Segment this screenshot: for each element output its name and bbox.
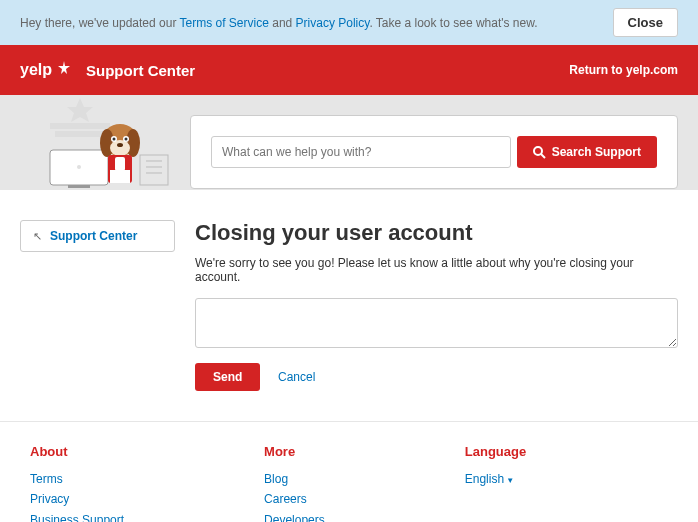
svg-rect-21	[110, 170, 130, 183]
return-link[interactable]: Return to yelp.com	[569, 63, 678, 77]
language-current: English	[465, 472, 504, 486]
svg-point-14	[110, 140, 130, 156]
footer-link-blog[interactable]: Blog	[264, 469, 325, 489]
footer-link-developers[interactable]: Developers	[264, 510, 325, 522]
footer-link-privacy[interactable]: Privacy	[30, 489, 124, 509]
footer-link-careers[interactable]: Careers	[264, 489, 325, 509]
notice-after: . Take a look to see what's new.	[369, 16, 537, 30]
footer-language: Language English▼	[465, 444, 526, 522]
header-title: Support Center	[86, 62, 195, 79]
yelp-logo[interactable]: yelp	[20, 57, 72, 83]
svg-point-17	[113, 138, 116, 141]
svg-point-23	[534, 147, 542, 155]
cancel-link[interactable]: Cancel	[278, 370, 315, 384]
svg-rect-7	[140, 155, 168, 185]
svg-point-13	[126, 129, 140, 157]
footer-about-heading: About	[30, 444, 124, 459]
yelp-logo-icon: yelp	[20, 57, 72, 83]
notice-before: Hey there, we've updated our	[20, 16, 180, 30]
breadcrumb: ↖ Support Center	[20, 220, 175, 252]
content: ↖ Support Center Closing your user accou…	[0, 190, 698, 421]
mascot-illustration	[20, 95, 170, 190]
notice-and: and	[269, 16, 296, 30]
svg-rect-3	[55, 131, 105, 137]
send-button[interactable]: Send	[195, 363, 260, 391]
search-icon	[533, 146, 546, 159]
footer-more: More Blog Careers Developers	[264, 444, 325, 522]
notice-text: Hey there, we've updated our Terms of Se…	[20, 16, 538, 30]
notice-bar: Hey there, we've updated our Terms of Se…	[0, 0, 698, 45]
svg-text:yelp: yelp	[20, 61, 52, 78]
search-button[interactable]: Search Support	[517, 136, 657, 168]
svg-rect-2	[50, 123, 110, 129]
caret-down-icon: ▼	[506, 476, 514, 485]
search-button-label: Search Support	[552, 145, 641, 159]
search-section: Search Support	[0, 95, 698, 190]
privacy-link[interactable]: Privacy Policy	[296, 16, 370, 30]
svg-point-19	[117, 143, 123, 147]
tos-link[interactable]: Terms of Service	[180, 16, 269, 30]
header: yelp Support Center Return to yelp.com	[0, 45, 698, 95]
footer-link-terms[interactable]: Terms	[30, 469, 124, 489]
footer: About Terms Privacy Business Support Mor…	[0, 421, 698, 522]
close-button[interactable]: Close	[613, 8, 678, 37]
svg-line-24	[541, 154, 545, 158]
main: Closing your user account We're sorry to…	[195, 220, 678, 391]
svg-rect-5	[68, 185, 90, 188]
footer-about: About Terms Privacy Business Support	[30, 444, 124, 522]
svg-point-12	[100, 129, 114, 157]
footer-more-heading: More	[264, 444, 325, 459]
breadcrumb-link[interactable]: Support Center	[50, 229, 137, 243]
sidebar: ↖ Support Center	[20, 220, 175, 391]
language-selector[interactable]: English▼	[465, 469, 526, 489]
page-subtitle: We're sorry to see you go! Please let us…	[195, 256, 678, 284]
svg-point-18	[125, 138, 128, 141]
footer-link-business-support[interactable]: Business Support	[30, 510, 124, 522]
search-input[interactable]	[211, 136, 511, 168]
reason-textarea[interactable]	[195, 298, 678, 348]
svg-marker-1	[67, 98, 93, 122]
search-card: Search Support	[190, 115, 678, 189]
footer-language-heading: Language	[465, 444, 526, 459]
svg-point-6	[77, 165, 81, 169]
header-left: yelp Support Center	[20, 57, 195, 83]
page-title: Closing your user account	[195, 220, 678, 246]
form-actions: Send Cancel	[195, 363, 678, 391]
svg-rect-22	[115, 157, 125, 171]
back-arrow-icon: ↖	[33, 230, 42, 243]
